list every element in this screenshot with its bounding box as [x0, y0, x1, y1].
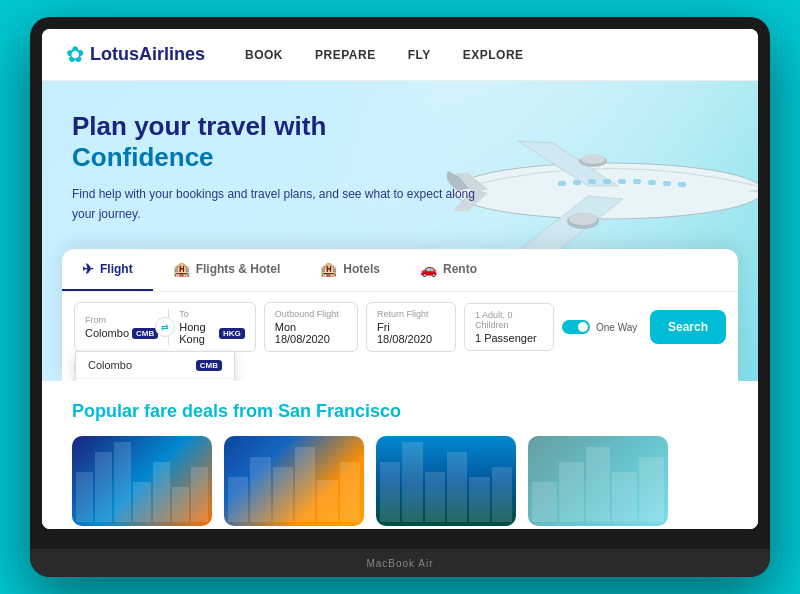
to-value: Hong Kong	[179, 321, 216, 345]
dropdown-item-colombo[interactable]: Colombo CMB	[76, 352, 234, 379]
logo-text: LotusAirlines	[90, 44, 205, 65]
building	[340, 462, 360, 522]
deal-card-2[interactable]	[224, 436, 364, 526]
svg-point-13	[581, 154, 605, 164]
return-date-field[interactable]: Return Flight Fri 18/08/2020	[366, 302, 456, 352]
tab-flights-hotel-label: Flights & Hotel	[196, 262, 281, 276]
rental-tab-icon: 🚗	[420, 261, 437, 277]
tab-rental[interactable]: 🚗 Rento	[400, 249, 497, 291]
deal-card-1[interactable]	[72, 436, 212, 526]
building	[402, 442, 422, 522]
svg-rect-3	[588, 179, 596, 184]
svg-rect-4	[603, 179, 611, 184]
hotels-tab-icon: 🏨	[320, 261, 337, 277]
nav-prepare[interactable]: PREPARE	[315, 48, 376, 62]
svg-rect-6	[633, 179, 641, 184]
tab-flights-hotel[interactable]: 🏨 Flights & Hotel	[153, 249, 301, 291]
outbound-date: Mon 18/08/2020	[275, 321, 347, 345]
building	[114, 442, 131, 522]
return-date: Fri 18/08/2020	[377, 321, 445, 345]
search-fields: From Colombo CMB ⇄ To Hong Kong HKG	[62, 292, 738, 362]
svg-rect-7	[648, 180, 656, 185]
outbound-label: Outbound Flight	[275, 309, 347, 319]
flights-hotel-tab-icon: 🏨	[173, 261, 190, 277]
skyline-3	[376, 436, 516, 526]
skyline-2	[224, 436, 364, 526]
flight-tab-icon: ✈	[82, 261, 94, 277]
to-field[interactable]: To Hong Kong HKG	[169, 303, 255, 351]
building	[469, 477, 489, 522]
laptop-bottom-bar: MacBook Air	[30, 549, 770, 577]
popular-section: Popular fare deals from San Francisco	[42, 381, 758, 529]
building	[250, 457, 270, 522]
building	[492, 467, 512, 522]
one-way-toggle[interactable]	[562, 320, 590, 334]
building	[447, 452, 467, 522]
one-way-label: One Way	[596, 322, 637, 333]
building	[380, 462, 400, 522]
outbound-date-field[interactable]: Outbound Flight Mon 18/08/2020	[264, 302, 358, 352]
building	[317, 480, 337, 522]
building	[95, 452, 112, 522]
building	[532, 482, 557, 522]
hero-title-line2: Confidence	[72, 142, 214, 172]
building	[172, 487, 189, 522]
dropdown-city-colombo: Colombo	[88, 359, 132, 371]
passenger-value: 1 Passenger	[475, 332, 543, 344]
hero-title: Plan your travel with Confidence	[72, 111, 492, 173]
dropdown-code-colombo: CMB	[196, 360, 222, 371]
svg-rect-1	[558, 181, 566, 186]
passenger-field[interactable]: 1 Adult, 0 Children 1 Passenger	[464, 303, 554, 351]
tab-hotels[interactable]: 🏨 Hotels	[300, 249, 400, 291]
popular-title: Popular fare deals from San Francisco	[72, 401, 728, 422]
building	[76, 472, 93, 522]
passenger-label: 1 Adult, 0 Children	[475, 310, 543, 330]
deal-card-4[interactable]	[528, 436, 668, 526]
laptop-frame: ✿ LotusAirlines BOOK PREPARE FLY EXPLORE	[30, 17, 770, 577]
nav-links: BOOK PREPARE FLY EXPLORE	[245, 48, 524, 62]
to-label: To	[179, 309, 245, 319]
deal-card-3[interactable]	[376, 436, 516, 526]
search-tabs: ✈ Flight 🏨 Flights & Hotel 🏨 Hotels 🚗 Re…	[62, 249, 738, 292]
svg-rect-5	[618, 179, 626, 184]
deal-cards	[72, 436, 728, 526]
building	[612, 472, 637, 522]
return-label: Return Flight	[377, 309, 445, 319]
hero-section: Plan your travel with Confidence Find he…	[42, 81, 758, 381]
navbar: ✿ LotusAirlines BOOK PREPARE FLY EXPLORE	[42, 29, 758, 81]
laptop-screen: ✿ LotusAirlines BOOK PREPARE FLY EXPLORE	[42, 29, 758, 529]
building	[273, 467, 293, 522]
swap-button[interactable]: ⇄	[155, 317, 175, 337]
building	[228, 477, 248, 522]
building	[559, 462, 584, 522]
nav-explore[interactable]: EXPLORE	[463, 48, 524, 62]
building	[639, 457, 664, 522]
to-code: HKG	[219, 328, 245, 339]
dropdown-item-cologne[interactable]: Cologne CGN	[76, 379, 234, 381]
logo-airlines: Airlines	[139, 44, 205, 64]
skyline-4	[528, 436, 668, 526]
svg-rect-8	[663, 181, 671, 186]
logo-lotus: Lotus	[90, 44, 139, 64]
search-box: ✈ Flight 🏨 Flights & Hotel 🏨 Hotels 🚗 Re…	[62, 249, 738, 381]
search-button[interactable]: Search	[650, 310, 726, 344]
svg-point-11	[569, 213, 597, 225]
from-to-group: From Colombo CMB ⇄ To Hong Kong HKG	[74, 302, 256, 352]
building	[153, 462, 170, 522]
tab-hotels-label: Hotels	[343, 262, 380, 276]
building	[295, 447, 315, 522]
tab-flight[interactable]: ✈ Flight	[62, 249, 153, 291]
nav-book[interactable]: BOOK	[245, 48, 283, 62]
autocomplete-dropdown: Colombo CMB Cologne CGN Cali CLO	[75, 351, 235, 381]
tab-flight-label: Flight	[100, 262, 133, 276]
building	[425, 472, 445, 522]
nav-fly[interactable]: FLY	[408, 48, 431, 62]
building	[191, 467, 208, 522]
building	[133, 482, 150, 522]
laptop-model-label: MacBook Air	[366, 558, 433, 569]
building	[586, 447, 611, 522]
tab-rental-label: Rento	[443, 262, 477, 276]
from-value: Colombo	[85, 327, 129, 339]
svg-rect-2	[573, 180, 581, 185]
logo-area: ✿ LotusAirlines	[66, 42, 205, 68]
